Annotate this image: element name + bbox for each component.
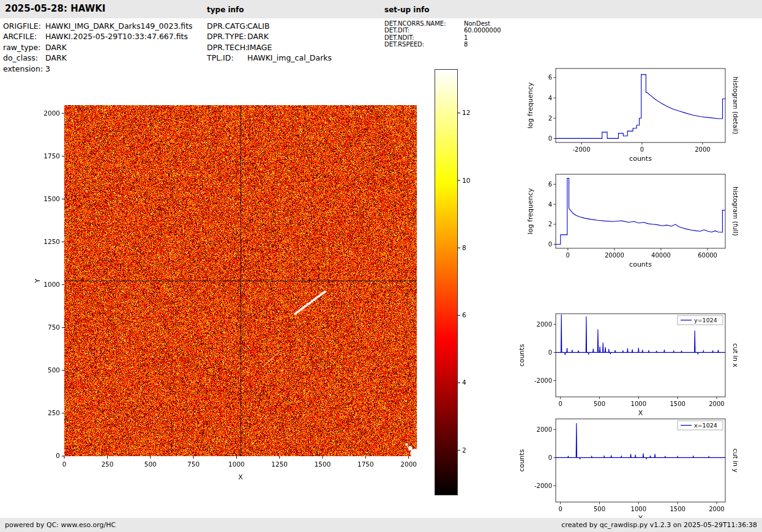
file-info-label: ARCFILE:: [3, 31, 45, 42]
svg-text:2000: 2000: [695, 146, 710, 153]
file-info-block: ORIGFILE:HAWKI_IMG_DARK_Darks149_0023.fi…: [3, 21, 193, 74]
type-info-row: DPR.TECH:IMAGE: [207, 42, 332, 53]
svg-text:20000: 20000: [605, 252, 624, 259]
setup-info-value: 60.0000000: [464, 27, 501, 34]
type-info-value: DARK: [247, 32, 269, 41]
svg-text:x=1024: x=1024: [694, 422, 717, 429]
svg-text:250: 250: [101, 460, 113, 468]
colorbar-axis: 24681012: [458, 109, 470, 454]
setup-info-heading: set-up info: [384, 6, 429, 14]
cut-in-y-legend: x=1024: [678, 421, 723, 430]
svg-text:histogram (full): histogram (full): [732, 187, 739, 236]
svg-text:-2000: -2000: [534, 377, 552, 384]
setup-info-label: DET.RSPEED:: [384, 41, 464, 48]
svg-text:0: 0: [548, 241, 552, 248]
file-info-value: DARK: [45, 53, 67, 62]
svg-text:1000: 1000: [43, 281, 60, 288]
svg-text:0: 0: [548, 135, 552, 142]
svg-text:750: 750: [187, 460, 200, 468]
svg-text:X: X: [238, 473, 243, 481]
svg-text:1500: 1500: [43, 195, 60, 202]
svg-text:0: 0: [566, 252, 570, 259]
svg-text:10: 10: [462, 177, 470, 184]
svg-text:6: 6: [548, 74, 552, 81]
file-info-value: DARK: [45, 43, 67, 52]
svg-text:X: X: [638, 409, 643, 417]
file-info-label: ORIGFILE:: [3, 21, 45, 31]
svg-text:6: 6: [548, 181, 552, 188]
setup-info-label: DET.NCORRS.NAME:: [384, 20, 464, 27]
type-info-heading: type info: [207, 6, 244, 14]
setup-info-value: NonDest: [464, 20, 490, 27]
type-info-value: CALIB: [247, 21, 270, 31]
type-info-label: DPR.CATG:: [207, 21, 247, 31]
svg-text:1000: 1000: [228, 460, 245, 468]
svg-text:0: 0: [56, 452, 60, 459]
svg-text:cut in y: cut in y: [732, 448, 739, 472]
svg-text:6: 6: [462, 311, 466, 319]
setup-info-row: DET.DIT:60.0000000: [384, 27, 501, 34]
svg-text:counts: counts: [518, 344, 526, 366]
header-bar: 2025-05-28: HAWKI type info set-up info: [0, 0, 762, 18]
svg-text:2000: 2000: [43, 109, 60, 117]
type-info-row: TPL.ID:HAWKI_img_cal_Darks: [207, 53, 332, 63]
svg-text:1750: 1750: [357, 460, 374, 468]
svg-text:log frequency: log frequency: [526, 82, 534, 128]
cut-in-x-legend: y=1024: [678, 316, 723, 325]
page-title: 2025-05-28: HAWKI: [5, 3, 105, 14]
setup-info-row: DET.RSPEED:8: [384, 41, 501, 48]
svg-text:2000: 2000: [537, 321, 552, 328]
svg-text:counts: counts: [629, 260, 652, 268]
file-info-label: raw_type:: [3, 42, 45, 53]
svg-text:counts: counts: [518, 449, 526, 471]
cut-in-y-plot: 0500100015002000-200002000Ycountscut in …: [518, 419, 739, 522]
type-info-label: DPR.TYPE:: [207, 31, 247, 42]
svg-text:500: 500: [144, 460, 157, 468]
type-info-value: IMAGE: [247, 43, 272, 52]
svg-text:1000: 1000: [631, 401, 646, 407]
type-info-label: TPL.ID:: [207, 53, 247, 63]
type-info-block: DPR.CATG:CALIBDPR.TYPE:DARKDPR.TECH:IMAG…: [207, 21, 332, 64]
svg-text:1500: 1500: [670, 401, 685, 407]
setup-info-row: DET.NDIT:1: [384, 34, 501, 41]
svg-text:4: 4: [462, 379, 466, 386]
file-info-row: ARCFILE:HAWKI.2025-05-29T10:33:47.667.fi…: [3, 31, 193, 42]
svg-text:histogram (detail): histogram (detail): [732, 76, 739, 134]
svg-text:0: 0: [640, 146, 644, 153]
svg-text:60000: 60000: [698, 252, 717, 259]
svg-text:1500: 1500: [670, 506, 685, 512]
svg-text:8: 8: [462, 244, 466, 251]
svg-text:1000: 1000: [631, 506, 646, 512]
svg-text:0: 0: [548, 349, 552, 356]
svg-text:1750: 1750: [43, 152, 60, 160]
svg-text:2: 2: [462, 446, 466, 454]
setup-info-row: DET.NCORRS.NAME:NonDest: [384, 20, 501, 27]
svg-text:12: 12: [462, 109, 470, 116]
file-info-value: HAWKI_IMG_DARK_Darks149_0023.fits: [45, 21, 193, 31]
type-info-label: DPR.TECH:: [207, 42, 247, 53]
svg-text:1250: 1250: [271, 460, 288, 468]
type-info-value: HAWKI_img_cal_Darks: [247, 53, 332, 62]
svg-text:0: 0: [558, 401, 562, 407]
setup-info-value: 8: [464, 41, 468, 48]
svg-text:2000: 2000: [537, 426, 552, 433]
file-info-row: raw_type:DARK: [3, 42, 193, 53]
file-info-row: extension:3: [3, 64, 193, 74]
svg-text:250: 250: [48, 409, 60, 416]
setup-info-label: DET.DIT:: [384, 27, 464, 34]
svg-text:y=1024: y=1024: [694, 317, 717, 323]
svg-text:750: 750: [48, 323, 60, 331]
svg-text:0: 0: [548, 454, 552, 461]
svg-text:500: 500: [48, 366, 60, 374]
svg-text:4: 4: [548, 201, 552, 208]
svg-text:log frequency: log frequency: [526, 188, 534, 234]
svg-text:0: 0: [62, 460, 67, 468]
setup-info-block: DET.NCORRS.NAME:NonDestDET.DIT:60.000000…: [384, 20, 501, 48]
cut-in-x-plot: 0500100015002000-200002000Xcountscut in …: [518, 314, 739, 417]
dark-frame-image: [64, 105, 417, 456]
histogram-detail-plot: -2000020000246countslog frequencyhistogr…: [526, 68, 739, 163]
footer-left-link[interactable]: powered by QC: www.eso.org/HC: [5, 521, 116, 529]
file-info-row: ORIGFILE:HAWKI_IMG_DARK_Darks149_0023.fi…: [3, 21, 193, 31]
svg-text:40000: 40000: [651, 252, 671, 259]
svg-text:1500: 1500: [315, 460, 331, 468]
